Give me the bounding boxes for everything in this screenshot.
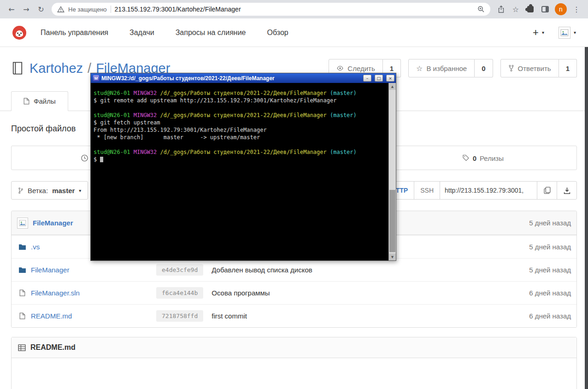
browser-toolbar: ← → ↻ Не защищено 213.155.192.79:3001/Ka…	[0, 0, 588, 18]
back-icon[interactable]: ←	[5, 2, 18, 16]
new-repo-plus-icon[interactable]: +	[533, 28, 539, 38]
download-icon	[564, 187, 570, 194]
star-label: В избранное	[426, 65, 467, 72]
forward-icon[interactable]: →	[19, 2, 33, 16]
star-count[interactable]: 0	[475, 59, 493, 77]
terminal-minimize-button[interactable]: –	[363, 75, 371, 82]
fork-button[interactable]: Ответвить	[500, 59, 559, 77]
prompt-user: stud@N26-01	[94, 149, 130, 155]
file-icon	[24, 98, 29, 105]
prompt-system: MINGW32	[134, 112, 157, 118]
prompt-system: MINGW32	[134, 90, 157, 96]
url-text: 213.155.192.79:3001/Kartohez/FileManager	[115, 6, 241, 13]
side-panel-icon[interactable]	[538, 2, 552, 16]
file-link[interactable]: FileManager	[31, 266, 156, 274]
tab-files[interactable]: Файлы	[11, 91, 68, 111]
nav-item-dashboard[interactable]: Панель управления	[41, 29, 108, 37]
branch-icon	[18, 187, 24, 194]
prompt-user: stud@N26-01	[94, 112, 130, 118]
nav-item-pull-requests[interactable]: Запросы на слияние	[176, 29, 246, 37]
table-row: FileManager e4de3cfe9d Добавлен вывод сп…	[12, 258, 576, 281]
reload-icon[interactable]: ↻	[34, 2, 48, 16]
page-scrollbar[interactable]	[585, 47, 588, 389]
terminal-prompt-line: stud@N26-01 MINGW32 /d/_gogs/Работы студ…	[94, 112, 386, 119]
terminal-close-button[interactable]: ×	[386, 75, 394, 82]
zoom-icon[interactable]	[477, 6, 485, 13]
fork-icon	[508, 65, 514, 72]
terminal-prompt-line: stud@N26-01 MINGW32 /d/_gogs/Работы студ…	[94, 148, 386, 156]
browser-profile-avatar[interactable]: n	[555, 3, 567, 15]
commit-time: 6 дней назад	[529, 289, 571, 297]
eye-icon	[336, 65, 344, 72]
prompt-branch: (master)	[330, 112, 357, 118]
download-button[interactable]	[557, 181, 577, 200]
branch-name: master	[52, 187, 75, 194]
latest-commit-repo-link[interactable]: FileManager	[33, 219, 73, 227]
star-button[interactable]: ☆ В избранное	[408, 59, 475, 77]
prompt-path: /d/_gogs/Работы студентов/2021-22/Деев/F…	[160, 112, 327, 118]
terminal-title: MINGW32:/d/_gogs/Работы студентов/2021-2…	[101, 75, 360, 82]
terminal-output[interactable]: stud@N26-01 MINGW32 /d/_gogs/Работы студ…	[91, 83, 388, 260]
commit-message: Добавлен вывод списка дисков	[212, 266, 312, 274]
readme-title: README.md	[30, 343, 76, 352]
copy-url-button[interactable]	[537, 181, 557, 200]
commit-hash[interactable]: 7218758ffd	[156, 310, 203, 322]
nav-item-explore[interactable]: Обзор	[267, 29, 288, 37]
terminal-command-line: $ git remote add upstream http://213.155…	[94, 97, 386, 104]
commit-time: 6 дней назад	[529, 312, 571, 320]
commit-time: 5 дней назад	[529, 243, 571, 251]
terminal-scrollbar[interactable]: ▲ ▼	[388, 83, 396, 260]
terminal-maximize-button[interactable]: □	[375, 75, 383, 82]
share-icon[interactable]	[494, 2, 508, 16]
clone-url-input[interactable]	[440, 181, 537, 200]
terminal-titlebar[interactable]: M MINGW32:/d/_gogs/Работы студентов/2021…	[91, 73, 396, 83]
commit-message: first commit	[212, 312, 247, 320]
gogs-logo[interactable]	[12, 25, 27, 40]
user-avatar[interactable]	[559, 27, 570, 39]
fork-label: Ответвить	[518, 65, 551, 72]
prompt-branch: (master)	[330, 149, 357, 155]
commit-hash[interactable]: e4de3cfe9d	[156, 264, 203, 276]
terminal-output-line: * [new branch] master -> upstream/master	[94, 134, 386, 141]
terminal-input-line[interactable]: $	[94, 156, 386, 163]
terminal-scroll-track[interactable]	[389, 90, 396, 253]
readme-body	[12, 358, 576, 389]
terminal-scroll-thumb[interactable]	[389, 190, 395, 252]
repo-owner-link[interactable]: Kartohez	[29, 61, 83, 76]
clone-ssh-button[interactable]: SSH	[414, 181, 440, 200]
copy-icon	[544, 187, 551, 194]
scroll-up-icon[interactable]: ▲	[389, 83, 396, 90]
commit-history-icon[interactable]	[81, 154, 88, 162]
branch-label: Ветка:	[28, 187, 48, 194]
extensions-puzzle-icon[interactable]	[523, 2, 537, 16]
address-bar[interactable]: Не защищено 213.155.192.79:3001/Kartohez…	[52, 3, 490, 16]
terminal-prompt-line: stud@N26-01 MINGW32 /d/_gogs/Работы студ…	[94, 89, 386, 97]
bookmark-star-icon[interactable]: ☆	[509, 2, 523, 16]
file-link[interactable]: FileManager.sln	[31, 289, 156, 297]
prompt-system: MINGW32	[134, 149, 157, 155]
commit-message: Осова программы	[212, 289, 270, 297]
scroll-down-icon[interactable]: ▼	[389, 253, 396, 260]
mingw-terminal-window[interactable]: M MINGW32:/d/_gogs/Работы студентов/2021…	[90, 73, 396, 261]
terminal-blank-line	[94, 104, 386, 112]
terminal-command-line: $ git fetch upstream	[94, 119, 386, 126]
terminal-blank-line	[94, 141, 386, 148]
browser-menu-icon[interactable]: ⋮	[570, 2, 583, 16]
prompt-path: /d/_gogs/Работы студентов/2021-22/Деев/F…	[160, 149, 327, 155]
releases-stat[interactable]: 0 Релизы	[462, 154, 504, 162]
branch-caret-icon: ▾	[79, 188, 81, 193]
msys-app-icon: M	[93, 75, 99, 81]
fork-count[interactable]: 1	[559, 59, 577, 77]
folder-icon	[17, 243, 27, 250]
table-row: FileManager.sln f6ca4e144b Осова програм…	[12, 281, 576, 304]
file-icon	[17, 289, 27, 296]
new-repo-caret-icon[interactable]: ▾	[542, 30, 544, 35]
user-menu-caret-icon[interactable]: ▾	[574, 30, 576, 35]
latest-commit-time: 5 дней назад	[529, 219, 571, 227]
commit-hash[interactable]: f6ca4e144b	[156, 287, 203, 299]
terminal-output-line: From http://213.155.192.79:3001/Kartohez…	[94, 126, 386, 134]
branch-selector[interactable]: Ветка: master ▾	[11, 181, 88, 200]
clone-panel: HTTP SSH	[385, 181, 577, 200]
file-link[interactable]: README.md	[31, 312, 156, 320]
nav-item-issues[interactable]: Задачи	[129, 29, 154, 37]
